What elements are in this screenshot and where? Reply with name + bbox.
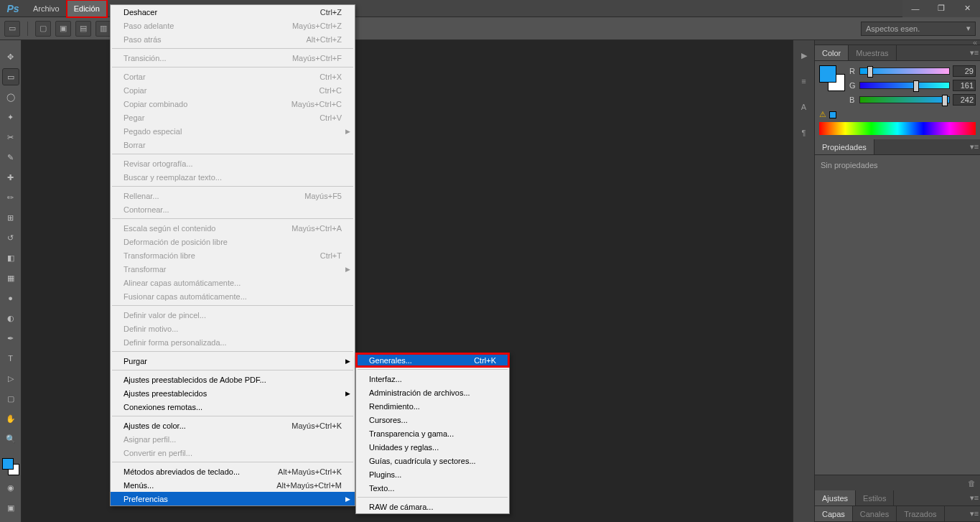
color-panel-swatches[interactable] bbox=[819, 65, 845, 91]
menu-item-transformaci-n-libre: Transformación libreCtrl+T bbox=[111, 248, 355, 262]
menu-item-transparencia-y-gama[interactable]: Transparencia y gama... bbox=[356, 427, 509, 440]
wand-tool[interactable]: ✦ bbox=[3, 109, 19, 125]
panel-menu-icon[interactable]: ▾≡ bbox=[969, 506, 980, 521]
quickmask-tool[interactable]: ◉ bbox=[3, 480, 19, 495]
heal-tool[interactable]: ✚ bbox=[3, 169, 19, 185]
selection-new-icon[interactable]: ▢ bbox=[35, 21, 51, 37]
window-controls: — ❐ ✕ bbox=[902, 0, 980, 17]
move-tool[interactable]: ✥ bbox=[3, 49, 19, 65]
expand-history-icon[interactable]: ▶ bbox=[796, 47, 812, 63]
slider-b[interactable]: B 242 bbox=[849, 94, 976, 106]
tab-swatches[interactable]: Muestras bbox=[849, 45, 896, 60]
brush-tool[interactable]: ✏ bbox=[3, 190, 19, 205]
slider-g[interactable]: G 161 bbox=[849, 80, 976, 91]
gamut-warning-icon: ⚠ bbox=[819, 110, 826, 119]
panels-collapse[interactable]: « bbox=[815, 40, 980, 45]
menu-item-ajustes-preestablecidos-de-adobe-pdf[interactable]: Ajustes preestablecidos de Adobe PDF... bbox=[111, 373, 355, 386]
gradient-tool[interactable]: ▦ bbox=[3, 270, 19, 286]
expand-character-icon[interactable]: A bbox=[796, 99, 812, 115]
stamp-tool[interactable]: ⊞ bbox=[3, 210, 19, 225]
eyedropper-tool[interactable]: ✎ bbox=[3, 149, 19, 165]
menu-item-cortar: CortarCtrl+X bbox=[111, 70, 355, 83]
expand-paragraph-icon[interactable]: ¶ bbox=[796, 125, 812, 141]
menu-item-cursores[interactable]: Cursores... bbox=[356, 413, 509, 427]
slider-r[interactable]: R 29 bbox=[849, 65, 976, 77]
selection-add-icon[interactable]: ▣ bbox=[55, 21, 71, 37]
menu-item-preferencias[interactable]: Preferencias▶ bbox=[111, 492, 355, 505]
panel-menu-icon[interactable]: ▾≡ bbox=[969, 45, 980, 60]
menu-item-ajustes-preestablecidos[interactable]: Ajustes preestablecidos▶ bbox=[111, 386, 355, 400]
trash-icon[interactable]: 🗑 bbox=[968, 479, 976, 488]
hand-tool[interactable]: ✋ bbox=[3, 411, 19, 427]
lasso-tool[interactable]: ◯ bbox=[3, 89, 19, 105]
panel-menu-icon[interactable]: ▾≡ bbox=[969, 139, 980, 154]
history-brush-tool[interactable]: ↺ bbox=[3, 230, 19, 246]
workspace-switcher[interactable]: Aspectos esen. ▾ bbox=[861, 22, 976, 36]
menu-item-plugins[interactable]: Plugins... bbox=[356, 467, 509, 481]
tab-layers[interactable]: Capas bbox=[815, 506, 853, 521]
foreground-color[interactable] bbox=[2, 458, 14, 470]
menu-item-purgar[interactable]: Purgar▶ bbox=[111, 354, 355, 368]
panel-menu-icon[interactable]: ▾≡ bbox=[969, 490, 980, 505]
menu-item-rendimiento[interactable]: Rendimiento... bbox=[356, 399, 509, 413]
menu-item-definir-forma-personalizada: Definir forma personalizada... bbox=[111, 335, 355, 349]
menu-item-unidades-y-reglas[interactable]: Unidades y reglas... bbox=[356, 440, 509, 454]
screenmode-tool[interactable]: ▣ bbox=[3, 500, 19, 516]
slider-value[interactable]: 242 bbox=[953, 94, 976, 106]
menu-file[interactable]: Archivo bbox=[26, 0, 67, 17]
menu-item-interfaz[interactable]: Interfaz... bbox=[356, 372, 509, 386]
minimize-button[interactable]: — bbox=[902, 0, 928, 17]
menu-item-revisar-ortograf-a: Revisar ortografía... bbox=[111, 157, 355, 170]
menu-item-raw-de-c-mara[interactable]: RAW de cámara... bbox=[356, 500, 509, 513]
menu-item-ajustes-de-color[interactable]: Ajustes de color...Mayús+Ctrl+K bbox=[111, 419, 355, 432]
shape-tool[interactable]: ▢ bbox=[3, 391, 19, 406]
tab-channels[interactable]: Canales bbox=[853, 506, 897, 521]
tab-styles[interactable]: Estilos bbox=[856, 490, 894, 505]
color-swatches[interactable] bbox=[2, 458, 19, 475]
menu-item-m-todos-abreviados-de-teclado[interactable]: Métodos abreviados de teclado...Alt+Mayú… bbox=[111, 465, 355, 478]
crop-tool[interactable]: ✂ bbox=[3, 129, 19, 145]
tab-color[interactable]: Color bbox=[815, 45, 849, 60]
slider-value[interactable]: 29 bbox=[953, 65, 976, 77]
gamut-color-icon bbox=[829, 111, 836, 118]
tool-preset-icon[interactable]: ▭ bbox=[4, 21, 20, 37]
menu-item-pegado-especial: Pegado especial▶ bbox=[111, 124, 355, 138]
slider-value[interactable]: 161 bbox=[953, 80, 976, 91]
type-tool[interactable]: T bbox=[3, 350, 19, 366]
menu-item-deshacer[interactable]: DeshacerCtrl+Z bbox=[111, 5, 355, 19]
menu-item-alinear-capas-autom-ticamente: Alinear capas automáticamente... bbox=[111, 276, 355, 289]
menu-item-gu-as-cuadr-cula-y-sectores[interactable]: Guías, cuadrícula y sectores... bbox=[356, 454, 509, 467]
eraser-tool[interactable]: ◧ bbox=[3, 250, 19, 266]
menu-item-paso-adelante: Paso adelanteMayús+Ctrl+Z bbox=[111, 19, 355, 32]
menu-item-definir-motivo: Definir motivo... bbox=[111, 322, 355, 335]
slider-label: R bbox=[849, 67, 857, 75]
pen-tool[interactable]: ✒ bbox=[3, 330, 19, 346]
blur-tool[interactable]: ● bbox=[3, 290, 19, 306]
menu-item-conexiones-remotas[interactable]: Conexiones remotas... bbox=[111, 400, 355, 414]
tab-paths[interactable]: Trazados bbox=[897, 506, 944, 521]
menu-item-generales[interactable]: Generales...Ctrl+K bbox=[356, 353, 509, 367]
tab-properties[interactable]: Propiedades bbox=[815, 139, 874, 154]
menu-item-contornear: Contornear... bbox=[111, 202, 355, 216]
edit-menu-dropdown: DeshacerCtrl+ZPaso adelanteMayús+Ctrl+ZP… bbox=[110, 4, 355, 506]
maximize-button[interactable]: ❐ bbox=[928, 0, 954, 17]
color-spectrum[interactable] bbox=[819, 122, 976, 135]
close-button[interactable]: ✕ bbox=[954, 0, 980, 17]
menu-item-copiar-combinado: Copiar combinadoMayús+Ctrl+C bbox=[111, 97, 355, 111]
dodge-tool[interactable]: ◐ bbox=[3, 310, 19, 326]
menu-item-convertir-en-perfil: Convertir en perfil... bbox=[111, 446, 355, 460]
app-logo: Ps bbox=[0, 0, 26, 17]
expand-actions-icon[interactable]: ≡ bbox=[796, 73, 812, 89]
menu-item-men-s[interactable]: Menús...Alt+Mayús+Ctrl+M bbox=[111, 478, 355, 492]
zoom-tool[interactable]: 🔍 bbox=[3, 431, 19, 447]
menu-item-administraci-n-de-archivos[interactable]: Administración de archivos... bbox=[356, 386, 509, 399]
marquee-tool[interactable]: ▭ bbox=[3, 69, 19, 85]
menu-edit[interactable]: Edición bbox=[67, 0, 107, 17]
selection-intersect-icon[interactable]: ▥ bbox=[95, 21, 111, 37]
tab-adjustments[interactable]: Ajustes bbox=[815, 490, 856, 505]
slider-label: B bbox=[849, 95, 857, 104]
menu-item-texto[interactable]: Texto... bbox=[356, 481, 509, 495]
selection-subtract-icon[interactable]: ▤ bbox=[75, 21, 91, 37]
fg-swatch[interactable] bbox=[819, 65, 836, 83]
path-tool[interactable]: ▷ bbox=[3, 370, 19, 386]
